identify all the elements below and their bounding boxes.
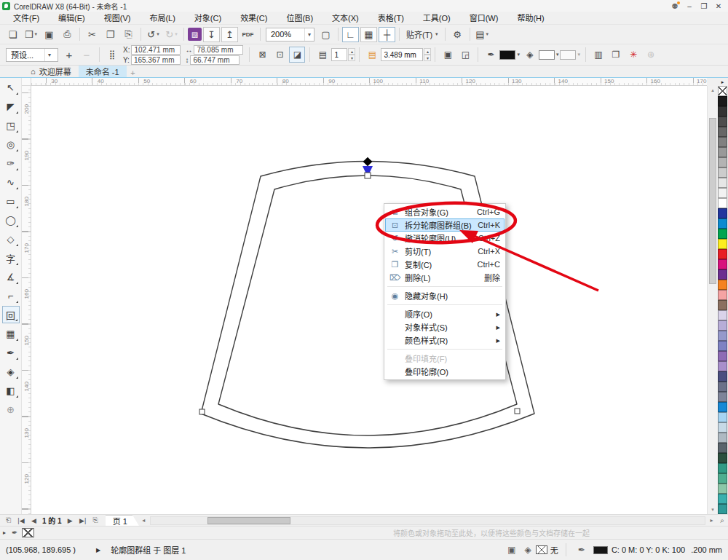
context-menu-item[interactable]: 颜色样式(R)▸ xyxy=(385,334,505,347)
restore-button[interactable]: ❐ xyxy=(697,1,711,12)
contour-outside-button[interactable]: ◪ xyxy=(289,47,305,63)
context-menu-item[interactable] xyxy=(387,349,502,350)
paste-button[interactable]: ⎘ xyxy=(120,26,137,42)
menu-layout[interactable]: 布局(L) xyxy=(140,12,184,24)
palette-swatch[interactable] xyxy=(718,463,727,473)
left-node-handle[interactable] xyxy=(199,409,205,414)
corner-round-button[interactable]: ◲ xyxy=(457,47,473,63)
vertical-scrollbar[interactable]: ▴ ▾ xyxy=(707,86,717,514)
pdf-button[interactable]: PDF xyxy=(240,26,256,42)
vertical-scroll-thumb[interactable] xyxy=(709,118,716,284)
menu-window[interactable]: 窗口(W) xyxy=(460,12,508,24)
horizontal-ruler[interactable]: 30405060708090100110120130140150160170 xyxy=(31,78,707,86)
tool-eyedropper[interactable]: ✒ xyxy=(2,344,20,361)
fullscreen-button[interactable]: ▢ xyxy=(317,26,334,42)
new-tab-button[interactable]: + xyxy=(127,68,140,77)
export-down-button[interactable]: ↧ xyxy=(203,27,220,42)
menu-effects[interactable]: 效果(C) xyxy=(231,12,277,24)
palette-swatch[interactable] xyxy=(718,402,727,412)
tool-connector[interactable]: ⌐ xyxy=(2,287,20,304)
palette-swatch[interactable] xyxy=(718,300,727,310)
sep4-button[interactable] xyxy=(260,28,261,41)
palette-swatch[interactable] xyxy=(718,361,727,371)
preset-caret-icon[interactable]: ▾ xyxy=(44,49,54,61)
contour-diamond-handle[interactable] xyxy=(363,157,373,167)
add-preset-button[interactable]: + xyxy=(61,47,77,63)
palette-swatch[interactable] xyxy=(718,229,727,239)
tool-interactive-fill[interactable]: ◧ xyxy=(2,382,20,399)
sep5-button[interactable] xyxy=(338,28,339,41)
tool-crop[interactable]: ◳ xyxy=(2,117,20,134)
save-button[interactable]: ▣ xyxy=(41,26,58,42)
palette-swatch[interactable] xyxy=(718,433,727,443)
palette-swatch[interactable] xyxy=(718,310,727,320)
corner-miter-button[interactable]: ▣ xyxy=(440,47,456,63)
outline-color-caret-icon[interactable]: ▾ xyxy=(517,52,520,58)
color-proof-monitor-icon[interactable]: ▣ xyxy=(507,545,515,555)
first-page-icon[interactable]: |◀ xyxy=(14,517,28,524)
palette-swatch[interactable] xyxy=(718,147,727,157)
next-page-icon[interactable]: ▶ xyxy=(65,517,76,524)
palette-flyout-icon[interactable]: ▸ xyxy=(717,78,728,86)
palette-swatch[interactable] xyxy=(718,290,727,300)
contour-to-center-button[interactable]: ⊠ xyxy=(254,47,270,63)
export-up-button[interactable]: ↥ xyxy=(221,27,238,42)
tool-bezier[interactable]: ∿ xyxy=(2,173,20,191)
palette-swatch[interactable] xyxy=(718,117,727,127)
hscroll-right-icon[interactable]: ▸ xyxy=(707,517,716,524)
palette-swatch[interactable] xyxy=(718,453,727,463)
tool-dimension[interactable]: ∡ xyxy=(2,268,20,285)
context-menu-item[interactable]: ⧉组合对象(G)Ctrl+G xyxy=(385,205,505,218)
contour-offset-spinner[interactable]: ▴▾ xyxy=(424,48,431,61)
palette-swatch[interactable] xyxy=(718,473,727,484)
width-field[interactable]: 78.085 mm xyxy=(194,45,243,55)
tool-shape[interactable]: ◤ xyxy=(2,98,20,115)
palette-swatch[interactable] xyxy=(718,157,727,167)
docpalette-none-swatch[interactable] xyxy=(22,528,34,537)
palette-swatch[interactable] xyxy=(718,504,727,514)
user-account-icon[interactable]: ⚉ xyxy=(668,1,682,12)
right-node-handle[interactable] xyxy=(515,409,520,414)
clear-contour-button[interactable]: ✳ xyxy=(625,47,641,63)
remove-preset-button[interactable]: − xyxy=(79,47,95,63)
tool-transparency[interactable]: ▦ xyxy=(2,325,20,342)
palette-swatch[interactable] xyxy=(718,371,727,382)
drawing-canvas[interactable]: ⧉组合对象(G)Ctrl+G⊡拆分轮廓图群组(B)Ctrl+K↺撤消轮廓图(U)… xyxy=(31,86,707,514)
palette-swatch[interactable] xyxy=(718,106,727,117)
tab-welcome-screen[interactable]: ⌂ 欢迎屏幕 xyxy=(23,66,79,77)
tool-ellipse[interactable]: ◯ xyxy=(2,211,20,229)
last-page-icon[interactable]: ▶| xyxy=(76,517,90,524)
tool-rectangle[interactable]: ▭ xyxy=(2,192,20,210)
page-tab[interactable]: 页 1 xyxy=(106,515,139,526)
palette-swatch[interactable] xyxy=(718,208,727,218)
palette-swatch[interactable] xyxy=(718,127,727,137)
context-menu-item[interactable]: ⌦删除(L)删除 xyxy=(385,271,505,284)
horizontal-scroll-thumb[interactable] xyxy=(207,517,290,524)
context-menu-item[interactable] xyxy=(387,304,502,305)
outline-color-swatch[interactable] xyxy=(499,50,515,60)
object-origin-icon[interactable]: ⣿ xyxy=(104,47,120,63)
context-menu-item[interactable]: 顺序(O)▸ xyxy=(385,307,505,320)
palette-swatch[interactable] xyxy=(718,198,727,208)
palette-swatch[interactable] xyxy=(718,494,727,504)
palette-swatch[interactable] xyxy=(718,484,727,494)
cut-button[interactable]: ✂ xyxy=(84,26,100,42)
quick-customize-button[interactable]: ⊕ xyxy=(643,47,659,63)
sep2-button[interactable] xyxy=(141,28,141,41)
palette-swatch[interactable] xyxy=(718,86,727,96)
print-button[interactable]: ⎙ xyxy=(59,26,76,42)
show-guidelines-button[interactable]: ┼ xyxy=(379,27,395,42)
contour-inside-button[interactable]: ⊡ xyxy=(272,47,288,63)
palette-swatch[interactable] xyxy=(718,341,727,351)
minimize-button[interactable]: – xyxy=(682,1,697,12)
ruler-corner[interactable] xyxy=(22,78,31,86)
palette-swatch[interactable] xyxy=(718,320,727,331)
menu-text[interactable]: 文本(X) xyxy=(323,12,368,24)
undo-button[interactable]: ↺ xyxy=(145,26,162,42)
menu-object[interactable]: 对象(C) xyxy=(185,12,231,24)
zoom-dropdown-icon[interactable]: ▾ xyxy=(304,28,314,41)
palette-swatch[interactable] xyxy=(718,178,727,188)
menu-tools[interactable]: 工具(O) xyxy=(414,12,460,24)
tool-zoom[interactable]: ◎ xyxy=(2,135,20,153)
hscroll-left-icon[interactable]: ◂ xyxy=(139,517,149,524)
